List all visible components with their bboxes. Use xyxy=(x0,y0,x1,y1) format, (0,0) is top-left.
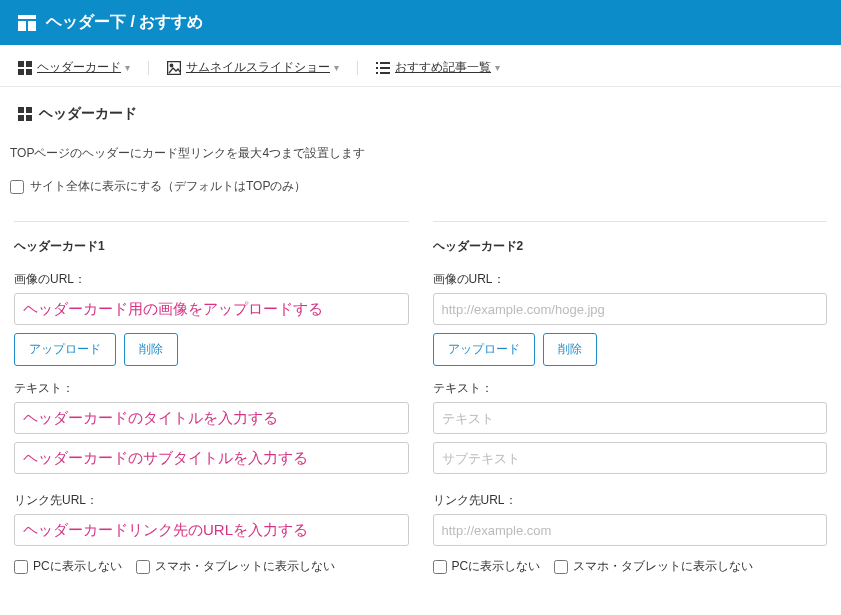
svg-rect-11 xyxy=(376,67,378,69)
card2-delete-button[interactable]: 削除 xyxy=(543,333,597,366)
page-header: ヘッダー下 / おすすめ xyxy=(0,0,841,45)
card2-link-input[interactable] xyxy=(433,514,828,546)
card1-subtext-input[interactable] xyxy=(14,442,409,474)
grid-icon xyxy=(18,107,32,121)
card2-link-label: リンク先URL： xyxy=(433,492,828,509)
card1-title: ヘッダーカード1 xyxy=(14,238,409,255)
divider xyxy=(357,61,358,75)
card-1: ヘッダーカード1 画像のURL： アップロード 削除 テキスト： リンク先URL… xyxy=(14,221,409,575)
divider xyxy=(148,61,149,75)
card2-image-label: 画像のURL： xyxy=(433,271,828,288)
svg-rect-5 xyxy=(18,69,24,75)
chevron-down-icon: ▾ xyxy=(495,62,500,73)
card1-hide-sp-checkbox[interactable] xyxy=(136,560,150,574)
svg-rect-13 xyxy=(376,72,378,74)
card1-image-label: 画像のURL： xyxy=(14,271,409,288)
card1-hide-pc-label[interactable]: PCに表示しない xyxy=(14,558,122,575)
card2-text-label: テキスト： xyxy=(433,380,828,397)
card1-delete-button[interactable]: 削除 xyxy=(124,333,178,366)
svg-point-8 xyxy=(170,64,173,67)
svg-rect-14 xyxy=(380,72,390,74)
card2-hide-sp-checkbox[interactable] xyxy=(554,560,568,574)
page-title: ヘッダー下 / おすすめ xyxy=(46,12,203,33)
svg-rect-16 xyxy=(26,107,32,113)
card-2: ヘッダーカード2 画像のURL： アップロード 削除 テキスト： リンク先URL… xyxy=(433,221,828,575)
card2-hide-sp-label[interactable]: スマホ・タブレットに表示しない xyxy=(554,558,753,575)
card1-upload-button[interactable]: アップロード xyxy=(14,333,116,366)
card1-image-input[interactable] xyxy=(14,293,409,325)
chevron-down-icon: ▾ xyxy=(125,62,130,73)
card2-subtext-input[interactable] xyxy=(433,442,828,474)
card2-image-input[interactable] xyxy=(433,293,828,325)
svg-rect-1 xyxy=(18,21,26,31)
section-heading: ヘッダーカード xyxy=(0,87,841,133)
svg-rect-12 xyxy=(380,67,390,69)
svg-rect-10 xyxy=(380,62,390,64)
site-wide-checkbox[interactable] xyxy=(10,180,24,194)
svg-rect-6 xyxy=(26,69,32,75)
site-wide-label[interactable]: サイト全体に表示にする（デフォルトはTOPのみ） xyxy=(10,178,831,195)
card2-title: ヘッダーカード2 xyxy=(433,238,828,255)
svg-rect-0 xyxy=(18,15,36,19)
list-icon xyxy=(376,61,390,75)
chevron-down-icon: ▾ xyxy=(334,62,339,73)
svg-rect-9 xyxy=(376,62,378,64)
card2-hide-pc-label[interactable]: PCに表示しない xyxy=(433,558,541,575)
card2-text-input[interactable] xyxy=(433,402,828,434)
image-icon xyxy=(167,61,181,75)
card2-upload-button[interactable]: アップロード xyxy=(433,333,535,366)
card1-link-label: リンク先URL： xyxy=(14,492,409,509)
layout-icon xyxy=(18,14,36,32)
cards-container: ヘッダーカード1 画像のURL： アップロード 削除 テキスト： リンク先URL… xyxy=(0,207,841,589)
card1-hide-pc-checkbox[interactable] xyxy=(14,560,28,574)
card1-link-input[interactable] xyxy=(14,514,409,546)
section-description: TOPページのヘッダーにカード型リンクを最大4つまで設置します xyxy=(0,133,841,172)
card1-hide-sp-label[interactable]: スマホ・タブレットに表示しない xyxy=(136,558,335,575)
tab-header-card[interactable]: ヘッダーカード ▾ xyxy=(18,59,130,76)
card2-hide-pc-checkbox[interactable] xyxy=(433,560,447,574)
section-title-text: ヘッダーカード xyxy=(39,105,137,123)
svg-rect-3 xyxy=(18,61,24,67)
site-wide-row: サイト全体に表示にする（デフォルトはTOPのみ） xyxy=(0,172,841,207)
svg-rect-2 xyxy=(28,21,36,31)
svg-rect-17 xyxy=(18,115,24,121)
tab-recommended[interactable]: おすすめ記事一覧 ▾ xyxy=(376,59,500,76)
tab-bar: ヘッダーカード ▾ サムネイルスライドショー ▾ おすすめ記事一覧 ▾ xyxy=(0,45,841,87)
tab-slideshow[interactable]: サムネイルスライドショー ▾ xyxy=(167,59,339,76)
svg-rect-15 xyxy=(18,107,24,113)
svg-rect-4 xyxy=(26,61,32,67)
card1-text-label: テキスト： xyxy=(14,380,409,397)
grid-icon xyxy=(18,61,32,75)
svg-rect-18 xyxy=(26,115,32,121)
card1-text-input[interactable] xyxy=(14,402,409,434)
